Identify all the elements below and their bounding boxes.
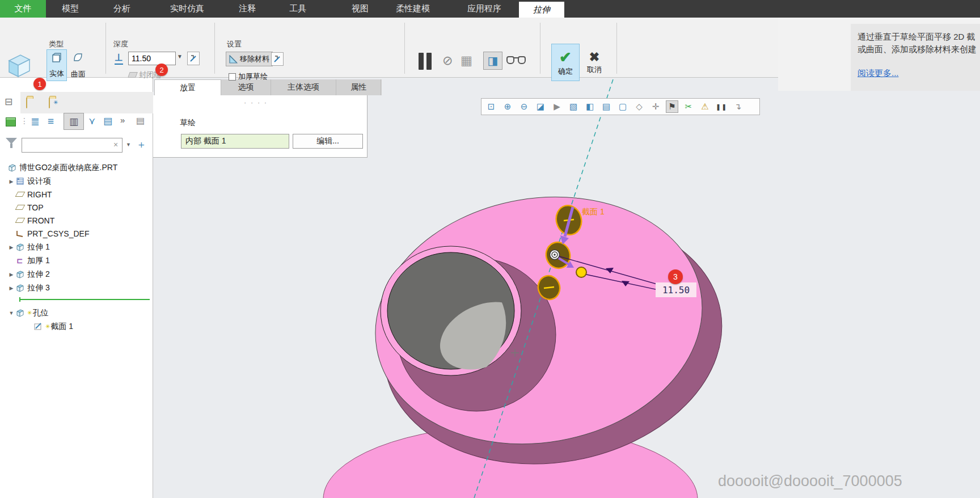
verify-feature-icon[interactable]: ▦ [461,53,472,68]
tab-placement[interactable]: 放置 [154,79,221,95]
depth-dropdown-arrow-icon[interactable]: ▼ [177,53,183,60]
tree-item-part-root[interactable]: 博世GO2桌面收纳底座.PRT [0,161,152,174]
display-shaded-icon[interactable]: ◧ [584,100,596,113]
feature-preview-icon[interactable]: ◨ [483,52,502,70]
search-clear-icon[interactable]: × [113,140,118,149]
previous-view-icon[interactable]: ▶ [551,100,563,113]
tree-item-top-plane[interactable]: TOP [0,201,152,214]
tree-label: 截面 1 [50,322,73,332]
expand-arrow-icon[interactable]: ▶ [8,272,15,277]
help-box: 通过垂直于草绘平面平移 2D 截 或曲面、添加或移除材料来创建 阅读更多... [851,24,980,91]
thicken-sketch-option[interactable]: 加厚草绘 [226,70,271,83]
tree-columns-icon-selected[interactable]: ▥ [64,113,84,130]
menu-bar: 文件 模型 分析 实时仿真 注释 工具 视图 柔性建模 应用程序 拉伸 [0,0,980,18]
datum-display-icon[interactable]: ✛ [649,100,662,113]
pause-icon[interactable] [419,53,432,70]
glasses-preview-icon[interactable] [506,56,526,65]
tree-insert-locator[interactable] [20,299,150,300]
ok-button[interactable]: ✔ 确定 [551,44,580,81]
menu-tools[interactable]: 工具 [281,0,315,18]
menu-annotate[interactable]: 注释 [230,0,264,18]
folder-browser-icon[interactable] [26,98,27,108]
pause-icon[interactable]: ❚❚ [715,100,728,113]
remove-material-button[interactable]: 移除材料 [226,52,273,66]
solid-type-button[interactable]: 实体 [47,49,67,81]
depth-flip-direction-button[interactable] [187,52,200,65]
tree-item-extrude-2[interactable]: ▶ 拉伸 2 [0,268,152,281]
tree-item-right-plane[interactable]: RIGHT [0,188,152,201]
tree-item-extrude-3[interactable]: ▶ 拉伸 3 [0,281,152,294]
exit-icon[interactable]: ↴ [732,100,744,113]
surface-type-button[interactable]: 曲面 [68,49,88,81]
tree-filter-icon[interactable]: ⋎ [88,115,95,127]
display-transparent-icon[interactable]: ▢ [616,100,629,113]
sketch-collector-field[interactable]: 内部 截面 1 [181,134,289,149]
tree-label: 博世GO2桌面收纳底座.PRT [19,163,117,173]
menu-analysis[interactable]: 分析 [105,0,139,18]
section-tag-label[interactable]: 截面 1 [582,207,605,217]
search-dropdown-arrow-icon[interactable]: ▼ [126,142,131,147]
display-shaded-edges-icon[interactable]: ▧ [567,100,580,113]
model-tree-tab-icon[interactable]: ⊟ [5,96,12,108]
tab-properties[interactable]: 属性 [336,79,381,95]
depth-drag-handle[interactable] [576,267,586,277]
expand-arrow-icon[interactable]: ▶ [8,285,15,291]
read-more-link[interactable]: 阅读更多... [858,68,899,79]
tree-item-section-1[interactable]: ✳ 截面 1 [0,320,152,333]
sketch-edit-button[interactable]: 编辑... [293,134,363,149]
document-icon[interactable]: ▤ [136,115,145,126]
display-style-icon[interactable]: ▤ [600,100,612,113]
tree-label: 设计项 [27,176,51,187]
zoom-in-icon[interactable]: ⊕ [501,100,514,113]
design-items-icon [15,178,25,185]
tree-item-hole-feature[interactable]: ▼ ✳ 孔位 [0,306,152,319]
tab-body-options[interactable]: 主体选项 [271,79,336,95]
menu-view[interactable]: 视图 [343,0,377,18]
expand-arrow-icon[interactable]: ▶ [8,244,15,250]
expand-arrow-icon[interactable]: ▶ [8,179,15,184]
trim-icon[interactable]: ✂ [682,100,695,113]
callout-badge-3: 3 [668,269,683,284]
extrude-tool-icon [6,50,32,80]
menu-file[interactable]: 文件 [0,0,46,18]
depth-value-input[interactable] [128,52,176,65]
watermark-text: dooooit@dooooit_7000005 [718,472,902,490]
tree-item-thicken-1[interactable]: ⊏ 加厚 1 [0,254,152,267]
panel-drag-handle[interactable] [244,97,268,107]
search-add-icon[interactable]: ＋ [136,138,146,151]
toolbar-overflow-chevron[interactable]: » [120,115,125,125]
tree-list-view-icon[interactable]: ≣ [31,115,40,128]
no-preview-icon[interactable]: ⊘ [442,53,453,68]
tree-item-csys[interactable]: PRT_CSYS_DEF [0,227,152,240]
tree-item-front-plane[interactable]: FRONT [0,214,152,227]
tree-report-icon[interactable]: ▤ [103,115,112,127]
depth-type-icon[interactable]: ⊥ [115,52,123,65]
repaint-icon[interactable]: ◪ [534,100,547,113]
graphics-area[interactable]: 放置 选项 主体选项 属性 草绘 内部 截面 1 编辑... ⊡ ⊕ ⊖ ◪ ▶… [153,78,980,498]
tree-detail-view-icon[interactable]: ≡ [48,115,54,128]
cancel-button[interactable]: ✖ 取消 [581,44,607,81]
tree-item-extrude-1[interactable]: ▶ 拉伸 1 [0,240,152,254]
menu-model[interactable]: 模型 [53,0,87,18]
depth-dimension-value[interactable]: 11.50 [656,282,696,297]
menu-flexible-modeling[interactable]: 柔性建模 [390,0,436,18]
material-side-flip-button[interactable] [271,52,284,66]
collapse-arrow-icon[interactable]: ▼ [8,310,15,316]
show-part-icon[interactable] [6,117,16,126]
model-tree-panel: ⊟ ✳ ⋮ ≣ ≡ ▥ ⋎ ▤ » ▤ × ▼ ＋ 博世GO2桌面收纳底座.PR… [0,78,153,498]
tree-item-design-items[interactable]: ▶ 设计项 [0,175,152,188]
tree-label: 拉伸 2 [27,269,50,280]
surface-icon [73,52,84,63]
zoom-window-icon[interactable]: ⊡ [485,100,497,113]
annotation-display-icon[interactable]: ⚑ [666,100,678,113]
plane-display-icon[interactable]: ◇ [633,100,645,113]
menu-applications[interactable]: 应用程序 [462,0,507,18]
thicken-sketch-checkbox[interactable] [229,73,236,81]
favorites-folder-icon[interactable]: ✳ [49,98,50,108]
warning-icon[interactable]: ⚠ [699,100,711,113]
menu-live-simulation[interactable]: 实时仿真 [162,0,213,18]
tree-search-input[interactable] [22,138,122,153]
remove-material-label: 移除材料 [240,54,269,64]
zoom-out-icon[interactable]: ⊖ [518,100,530,113]
tab-extrude-active[interactable]: 拉伸 [519,2,564,18]
